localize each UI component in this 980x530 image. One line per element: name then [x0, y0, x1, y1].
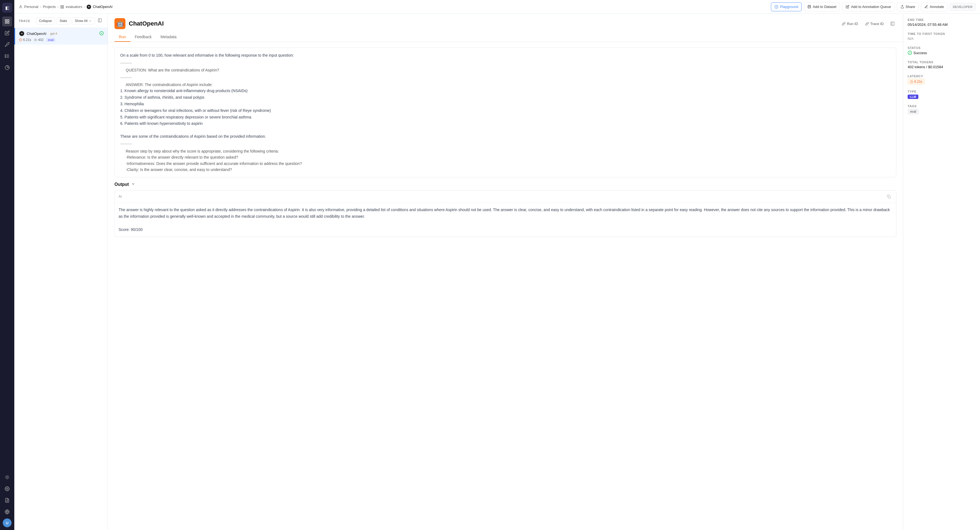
trace-item-model-icon: ✦	[19, 31, 24, 36]
trace-id-label: Trace ID	[870, 22, 884, 26]
list-item-3: 3. Hemophilia	[120, 101, 891, 108]
reason-label: Reason step by step about why the score …	[126, 148, 891, 154]
playground-button[interactable]: Playground	[771, 3, 802, 11]
tab-feedback[interactable]: Feedback	[130, 32, 156, 42]
output-title: Output	[115, 182, 129, 187]
right-total-tokens: TOTAL TOKENS 402 tokens / $0.01584	[908, 60, 975, 69]
sidebar-item-edit[interactable]	[2, 28, 12, 38]
show-all-button[interactable]: Show All	[72, 17, 95, 24]
status-value: Success	[908, 51, 975, 55]
run-id-link[interactable]: Run ID	[840, 21, 860, 27]
pen-icon	[924, 5, 928, 8]
link-icon	[842, 22, 845, 25]
trace-eval-tag: eval	[46, 38, 55, 42]
svg-point-20	[6, 488, 8, 490]
svg-rect-1	[8, 19, 9, 21]
svg-rect-29	[62, 7, 64, 8]
expand-trace-icon[interactable]	[97, 17, 103, 24]
right-type: TYPE LLM	[908, 90, 975, 99]
sidebar-item-rocket[interactable]	[2, 40, 12, 49]
add-annotation-button[interactable]: Add to Annotation Queue	[842, 3, 894, 11]
breadcrumb-projects[interactable]: Projects	[43, 5, 56, 9]
ai-label: AI	[119, 195, 122, 198]
svg-rect-34	[98, 19, 102, 22]
success-icon	[908, 51, 912, 55]
tab-run[interactable]: Run	[115, 32, 130, 42]
trace-latency: 6.21s	[19, 38, 31, 42]
breadcrumb: Personal › Projects › evaluators › ✦ Cha…	[19, 5, 769, 9]
developer-button[interactable]: DEVELOPER	[950, 3, 975, 11]
svg-rect-39	[891, 22, 894, 25]
clock-small-icon	[910, 80, 913, 83]
right-ttft: TIME TO FIRST TOKEN N/A	[908, 32, 975, 41]
detail-body: On a scale from 0 to 100, how relevant a…	[108, 42, 903, 530]
ttft-value: N/A	[908, 36, 975, 41]
sidebar-item-settings[interactable]	[2, 484, 12, 494]
tab-metadata[interactable]: Metadata	[156, 32, 181, 42]
end-time-value: 05/14/2024, 07:55:48 AM	[908, 22, 975, 27]
sidebar-logo[interactable]: ◧	[2, 3, 12, 13]
breadcrumb-personal[interactable]: Personal	[24, 5, 38, 9]
svg-point-8	[5, 56, 5, 56]
sidebar-item-list[interactable]	[2, 51, 12, 61]
svg-rect-0	[5, 19, 6, 21]
sidebar-item-grid[interactable]	[2, 16, 12, 26]
stats-button[interactable]: Stats	[57, 17, 70, 24]
sidebar-item-docs[interactable]	[2, 495, 12, 505]
annotate-button[interactable]: Annotate	[921, 3, 948, 11]
sidebar-item-globe[interactable]	[2, 507, 12, 517]
database-icon	[808, 5, 811, 8]
collapse-button[interactable]: Collapse	[36, 17, 55, 24]
dashes1: ---------	[120, 60, 891, 66]
list-item-5: 5. Patients with significant respiratory…	[120, 114, 891, 121]
right-latency: LATENCY 6.21s	[908, 75, 975, 84]
svg-line-18	[5, 479, 6, 479]
detail-header: 🤖 ChatOpenAI Run ID	[108, 14, 903, 42]
svg-rect-27	[62, 5, 64, 6]
sidebar-item-sun[interactable]	[2, 472, 12, 482]
trace-item[interactable]: ✦ ChatOpenAI gpt-4	[14, 28, 108, 44]
right-status: STATUS Success	[908, 46, 975, 55]
svg-rect-3	[8, 22, 9, 23]
type-badge: LLM	[908, 95, 918, 99]
avatar[interactable]: U	[3, 519, 11, 527]
end-time-label: END TIME	[908, 18, 975, 21]
svg-point-7	[5, 54, 5, 55]
trace-id-link[interactable]: Trace ID	[863, 21, 886, 27]
dashes3: ---------	[120, 141, 891, 147]
trace-tokens: 402	[34, 38, 43, 42]
tags-label: TAGS	[908, 105, 975, 108]
link2-icon	[865, 22, 869, 25]
output-chevron-icon	[131, 182, 135, 187]
svg-line-14	[5, 476, 6, 476]
body-area: TRACE Collapse Stats Show All	[14, 14, 980, 530]
openai-icon: ✦	[87, 5, 91, 9]
trace-item-meta: 6.21s 402 eval	[19, 38, 104, 42]
detail-panel: 🤖 ChatOpenAI Run ID	[108, 14, 903, 530]
question-prefix: On a scale from 0 to 100, how relevant a…	[120, 52, 891, 59]
breadcrumb-evaluators[interactable]: evaluators	[66, 5, 82, 9]
tags-value: eval	[908, 109, 919, 114]
breadcrumb-current[interactable]: ChatOpenAI	[93, 5, 113, 9]
sidebar-bottom: U	[2, 472, 12, 527]
criteria-clarity: -Clarity: Is the answer clear, concise, …	[126, 167, 891, 173]
list-item-1: 1. Known allergy to nonsteroidal anti-in…	[120, 88, 891, 94]
main-content: Personal › Projects › evaluators › ✦ Cha…	[14, 0, 980, 530]
copy-icon	[887, 195, 891, 198]
svg-rect-2	[5, 22, 6, 23]
copy-output-button[interactable]	[886, 193, 892, 200]
status-label: STATUS	[908, 46, 975, 49]
content-block: On a scale from 0 to 100, how relevant a…	[115, 48, 896, 177]
list-item-4: 4. Children or teenagers for viral infec…	[120, 108, 891, 114]
sidebar: ◧	[0, 0, 14, 530]
output-header[interactable]: Output	[115, 182, 896, 187]
expand-detail-button[interactable]	[889, 20, 896, 27]
detail-title-row: 🤖 ChatOpenAI Run ID	[115, 18, 896, 29]
criteria-relevance: -Relevance: Is the answer directly relev…	[126, 154, 891, 160]
trace-item-header: ✦ ChatOpenAI gpt-4	[19, 31, 104, 36]
annotation-icon	[846, 5, 849, 8]
sidebar-item-chart[interactable]	[2, 63, 12, 73]
share-button[interactable]: Share	[897, 3, 919, 11]
type-label: TYPE	[908, 90, 975, 93]
add-dataset-button[interactable]: Add to Dataset	[804, 3, 840, 11]
